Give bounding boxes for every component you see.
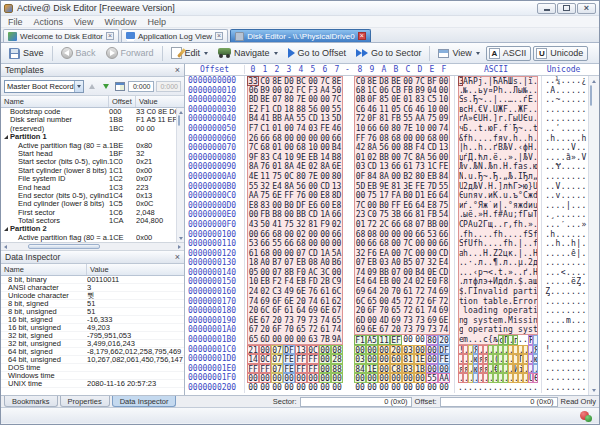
hex-byte[interactable]: CD xyxy=(307,114,319,124)
hex-byte[interactable]: 6E xyxy=(295,287,307,297)
hex-byte[interactable]: 24 xyxy=(247,287,259,297)
hex-byte[interactable]: EB xyxy=(426,172,438,182)
hex-byte[interactable]: 00 xyxy=(438,153,450,163)
ascii-char[interactable]: ю xyxy=(533,162,538,172)
hex-byte[interactable]: 73 xyxy=(426,325,438,335)
hex-byte[interactable]: 65 xyxy=(247,335,259,345)
hex-byte[interactable]: 9E xyxy=(378,182,390,192)
hex-byte[interactable]: 00 xyxy=(366,316,378,326)
hex-byte[interactable]: 33 xyxy=(247,76,259,86)
ascii-char[interactable]: Є xyxy=(533,373,538,383)
hex-byte[interactable]: 74 xyxy=(331,325,343,335)
hex-byte[interactable]: 00 xyxy=(414,345,426,355)
hex-byte[interactable]: 13 xyxy=(378,162,390,172)
hex-byte[interactable]: AA xyxy=(414,114,426,124)
hex-byte[interactable]: E4 xyxy=(354,277,366,287)
hex-byte[interactable]: CD xyxy=(307,249,319,259)
tab-welcome[interactable]: Welcome to Disk Editor × xyxy=(3,29,119,42)
hex-byte[interactable]: 75 xyxy=(378,210,390,220)
hex-byte[interactable]: 3E xyxy=(402,182,414,192)
hex-byte[interactable]: 67 xyxy=(259,316,271,326)
view-button[interactable]: View xyxy=(434,47,483,59)
hex-byte[interactable]: 88 xyxy=(295,105,307,115)
ascii-char[interactable]: ю xyxy=(533,354,538,364)
hex-byte[interactable]: 00 xyxy=(319,383,331,393)
ascii-char[interactable]: . xyxy=(533,95,538,105)
hex-byte[interactable]: 3C xyxy=(319,268,331,278)
hex-byte[interactable]: 2B xyxy=(319,277,331,287)
hex-byte[interactable]: 66 xyxy=(438,230,450,240)
hex-byte[interactable]: C9 xyxy=(331,277,343,287)
hex-byte[interactable]: 23 xyxy=(354,210,366,220)
hex-byte[interactable]: 55 xyxy=(295,114,307,124)
hex-byte[interactable]: FE xyxy=(283,354,295,364)
hex-byte[interactable]: 00 xyxy=(438,220,450,230)
hex-byte[interactable]: 00 xyxy=(354,191,366,201)
hex-byte[interactable]: A0 xyxy=(259,258,271,268)
hex-byte[interactable]: 02 xyxy=(414,277,426,287)
hex-byte[interactable]: 21 xyxy=(247,345,259,355)
hex-byte[interactable]: 67 xyxy=(247,325,259,335)
hex-byte[interactable]: 08 xyxy=(366,230,378,240)
hex-byte[interactable]: 07 xyxy=(414,220,426,230)
ascii-char[interactable]: „ xyxy=(533,172,538,182)
ascii-char[interactable]: r xyxy=(533,297,538,307)
hex-byte[interactable]: 8A xyxy=(366,143,378,153)
hex-byte[interactable]: 00 xyxy=(319,230,331,240)
hex-byte[interactable]: 6E xyxy=(271,191,283,201)
hex-byte[interactable]: 6E xyxy=(319,306,331,316)
unicode-char[interactable]: . xyxy=(581,287,586,297)
hex-byte[interactable]: B0 xyxy=(283,201,295,211)
hex-byte[interactable]: 00 xyxy=(295,134,307,144)
hex-byte[interactable]: DF xyxy=(283,345,295,355)
hex-byte[interactable]: 6F xyxy=(271,297,283,307)
hex-byte[interactable]: B3 xyxy=(402,364,414,374)
hex-byte[interactable]: 73 xyxy=(414,162,426,172)
tab-properties[interactable]: Properties xyxy=(60,396,110,407)
hex-byte[interactable]: 1A xyxy=(319,210,331,220)
hex-byte[interactable]: 00 xyxy=(283,143,295,153)
hex-byte[interactable]: 69 xyxy=(307,306,319,316)
unicode-char[interactable]: . xyxy=(581,306,586,316)
hex-byte[interactable]: 32 xyxy=(295,220,307,230)
hex-byte[interactable]: 00 xyxy=(331,268,343,278)
hex-byte[interactable]: 8A xyxy=(283,162,295,172)
tab-close-icon[interactable]: × xyxy=(106,32,114,40)
hex-byte[interactable]: C6 xyxy=(402,105,414,115)
hex-byte[interactable]: 0E xyxy=(390,95,402,105)
hex-byte[interactable]: FF xyxy=(295,364,307,374)
hex-byte[interactable]: 56 xyxy=(426,153,438,163)
unicode-char[interactable]: . xyxy=(581,383,586,393)
hex-byte[interactable]: C0 xyxy=(259,76,271,86)
hex-byte[interactable]: 00 xyxy=(426,354,438,364)
hex-byte[interactable]: 00 xyxy=(319,345,331,355)
hex-byte[interactable]: F7 xyxy=(247,124,259,134)
hex-byte[interactable]: 66 xyxy=(366,124,378,134)
hex-byte[interactable]: 61 xyxy=(402,162,414,172)
hex-byte[interactable]: 74 xyxy=(247,297,259,307)
hex-byte[interactable]: 08 xyxy=(307,258,319,268)
hex-byte[interactable]: 66 xyxy=(366,239,378,249)
hex-byte[interactable]: 66 xyxy=(331,134,343,144)
hex-byte[interactable]: 6D xyxy=(259,335,271,345)
hex-byte[interactable]: B2 xyxy=(402,172,414,182)
hex-byte[interactable]: 81 xyxy=(378,114,390,124)
hex-byte[interactable]: C6 xyxy=(354,105,366,115)
hex-byte[interactable]: 68 xyxy=(378,239,390,249)
hex-byte[interactable]: 72 xyxy=(414,287,426,297)
hex-byte[interactable]: 8E xyxy=(271,76,283,86)
hex-byte[interactable]: B8 xyxy=(331,153,343,163)
ascii-char[interactable]: u xyxy=(533,201,538,211)
hex-byte[interactable]: B5 xyxy=(402,258,414,268)
forward-button[interactable]: Forward xyxy=(102,46,158,60)
hex-byte[interactable]: 02 xyxy=(366,153,378,163)
hex-byte[interactable]: 00 xyxy=(331,373,343,383)
hex-byte[interactable]: 00 xyxy=(390,172,402,182)
hex-byte[interactable]: FE xyxy=(438,162,450,172)
hex-byte[interactable]: 8A xyxy=(283,182,295,192)
hex-byte[interactable]: 8E xyxy=(331,76,343,86)
ascii-char[interactable]: ш xyxy=(533,277,538,287)
hex-byte[interactable]: EB xyxy=(378,277,390,287)
hex-byte[interactable]: C5 xyxy=(426,95,438,105)
hex-byte[interactable]: 72 xyxy=(402,297,414,307)
